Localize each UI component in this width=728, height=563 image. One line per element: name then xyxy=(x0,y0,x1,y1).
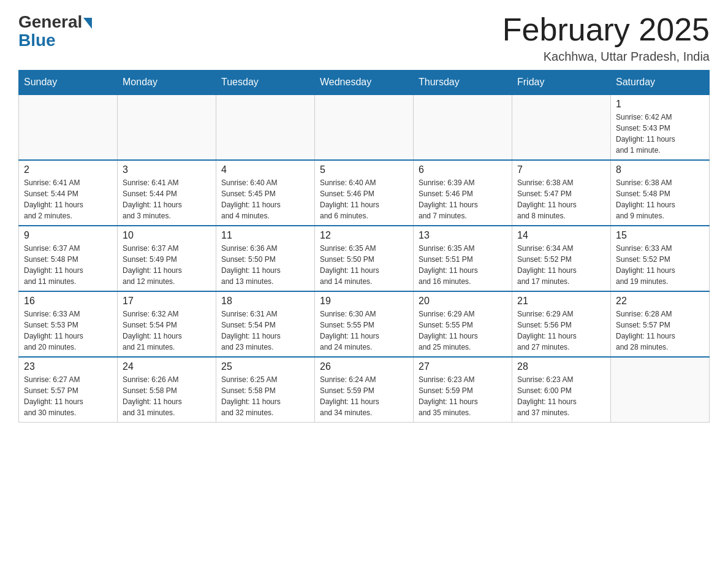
calendar-cell: 25Sunrise: 6:25 AM Sunset: 5:58 PM Dayli… xyxy=(216,357,315,423)
calendar-cell: 11Sunrise: 6:36 AM Sunset: 5:50 PM Dayli… xyxy=(216,226,315,291)
day-info: Sunrise: 6:37 AM Sunset: 5:49 PM Dayligh… xyxy=(123,243,211,287)
calendar-cell xyxy=(216,94,315,160)
calendar-cell: 8Sunrise: 6:38 AM Sunset: 5:48 PM Daylig… xyxy=(611,160,710,226)
day-number: 20 xyxy=(419,296,507,307)
day-number: 27 xyxy=(419,361,507,372)
day-number: 3 xyxy=(123,164,211,175)
calendar-cell: 13Sunrise: 6:35 AM Sunset: 5:51 PM Dayli… xyxy=(414,226,512,291)
weekday-header-sunday: Sunday xyxy=(19,71,118,95)
calendar-cell: 4Sunrise: 6:40 AM Sunset: 5:45 PM Daylig… xyxy=(216,160,315,226)
calendar-week-row: 1Sunrise: 6:42 AM Sunset: 5:43 PM Daylig… xyxy=(19,94,710,160)
calendar-cell: 2Sunrise: 6:41 AM Sunset: 5:44 PM Daylig… xyxy=(19,160,118,226)
calendar-cell: 19Sunrise: 6:30 AM Sunset: 5:55 PM Dayli… xyxy=(315,291,414,357)
calendar-cell: 17Sunrise: 6:32 AM Sunset: 5:54 PM Dayli… xyxy=(118,291,216,357)
calendar-cell xyxy=(611,357,710,423)
day-info: Sunrise: 6:28 AM Sunset: 5:57 PM Dayligh… xyxy=(616,308,704,353)
calendar-header-row: SundayMondayTuesdayWednesdayThursdayFrid… xyxy=(19,71,710,95)
calendar-cell xyxy=(118,94,216,160)
calendar-cell: 5Sunrise: 6:40 AM Sunset: 5:46 PM Daylig… xyxy=(315,160,414,226)
day-number: 22 xyxy=(616,296,704,307)
calendar-cell: 7Sunrise: 6:38 AM Sunset: 5:47 PM Daylig… xyxy=(512,160,611,226)
page-header: General Blue February 2025 Kachhwa, Utta… xyxy=(18,12,710,64)
day-info: Sunrise: 6:38 AM Sunset: 5:48 PM Dayligh… xyxy=(616,177,704,221)
calendar-cell: 6Sunrise: 6:39 AM Sunset: 5:46 PM Daylig… xyxy=(414,160,512,226)
day-number: 24 xyxy=(123,361,211,372)
calendar-cell: 18Sunrise: 6:31 AM Sunset: 5:54 PM Dayli… xyxy=(216,291,315,357)
calendar-cell: 3Sunrise: 6:41 AM Sunset: 5:44 PM Daylig… xyxy=(118,160,216,226)
day-info: Sunrise: 6:41 AM Sunset: 5:44 PM Dayligh… xyxy=(24,177,112,221)
day-number: 16 xyxy=(24,296,112,307)
weekday-header-wednesday: Wednesday xyxy=(315,71,414,95)
month-title: February 2025 xyxy=(502,12,710,47)
calendar-cell: 21Sunrise: 6:29 AM Sunset: 5:56 PM Dayli… xyxy=(512,291,611,357)
calendar-cell xyxy=(512,94,611,160)
calendar-cell xyxy=(414,94,512,160)
logo-arrow-icon xyxy=(83,18,92,29)
day-info: Sunrise: 6:34 AM Sunset: 5:52 PM Dayligh… xyxy=(517,243,605,287)
day-number: 1 xyxy=(616,99,704,110)
day-info: Sunrise: 6:40 AM Sunset: 5:45 PM Dayligh… xyxy=(221,177,309,221)
day-number: 10 xyxy=(123,230,211,241)
calendar-week-row: 23Sunrise: 6:27 AM Sunset: 5:57 PM Dayli… xyxy=(19,357,710,423)
weekday-header-friday: Friday xyxy=(512,71,611,95)
calendar-cell: 22Sunrise: 6:28 AM Sunset: 5:57 PM Dayli… xyxy=(611,291,710,357)
day-number: 11 xyxy=(221,230,309,241)
day-info: Sunrise: 6:39 AM Sunset: 5:46 PM Dayligh… xyxy=(419,177,507,221)
calendar-week-row: 9Sunrise: 6:37 AM Sunset: 5:48 PM Daylig… xyxy=(19,226,710,291)
day-info: Sunrise: 6:27 AM Sunset: 5:57 PM Dayligh… xyxy=(24,374,112,418)
day-number: 12 xyxy=(320,230,408,241)
day-info: Sunrise: 6:35 AM Sunset: 5:50 PM Dayligh… xyxy=(320,243,408,287)
day-info: Sunrise: 6:38 AM Sunset: 5:47 PM Dayligh… xyxy=(517,177,605,221)
day-info: Sunrise: 6:23 AM Sunset: 5:59 PM Dayligh… xyxy=(419,374,507,418)
day-info: Sunrise: 6:29 AM Sunset: 5:55 PM Dayligh… xyxy=(419,308,507,353)
day-info: Sunrise: 6:25 AM Sunset: 5:58 PM Dayligh… xyxy=(221,374,309,418)
calendar-cell: 16Sunrise: 6:33 AM Sunset: 5:53 PM Dayli… xyxy=(19,291,118,357)
day-info: Sunrise: 6:41 AM Sunset: 5:44 PM Dayligh… xyxy=(123,177,211,221)
day-number: 2 xyxy=(24,164,112,175)
day-number: 4 xyxy=(221,164,309,175)
day-number: 15 xyxy=(616,230,704,241)
day-info: Sunrise: 6:24 AM Sunset: 5:59 PM Dayligh… xyxy=(320,374,408,418)
calendar-cell xyxy=(315,94,414,160)
location-text: Kachhwa, Uttar Pradesh, India xyxy=(502,50,710,64)
day-number: 14 xyxy=(517,230,605,241)
day-info: Sunrise: 6:33 AM Sunset: 5:53 PM Dayligh… xyxy=(24,308,112,353)
calendar-cell: 1Sunrise: 6:42 AM Sunset: 5:43 PM Daylig… xyxy=(611,94,710,160)
logo-general-text: General xyxy=(18,12,82,32)
day-info: Sunrise: 6:32 AM Sunset: 5:54 PM Dayligh… xyxy=(123,308,211,353)
day-info: Sunrise: 6:37 AM Sunset: 5:48 PM Dayligh… xyxy=(24,243,112,287)
day-number: 7 xyxy=(517,164,605,175)
day-info: Sunrise: 6:42 AM Sunset: 5:43 PM Dayligh… xyxy=(616,112,704,156)
day-info: Sunrise: 6:23 AM Sunset: 6:00 PM Dayligh… xyxy=(517,374,605,418)
calendar-cell: 26Sunrise: 6:24 AM Sunset: 5:59 PM Dayli… xyxy=(315,357,414,423)
day-number: 25 xyxy=(221,361,309,372)
calendar-week-row: 16Sunrise: 6:33 AM Sunset: 5:53 PM Dayli… xyxy=(19,291,710,357)
day-info: Sunrise: 6:30 AM Sunset: 5:55 PM Dayligh… xyxy=(320,308,408,353)
day-number: 28 xyxy=(517,361,605,372)
calendar-cell: 14Sunrise: 6:34 AM Sunset: 5:52 PM Dayli… xyxy=(512,226,611,291)
day-number: 19 xyxy=(320,296,408,307)
day-number: 21 xyxy=(517,296,605,307)
day-info: Sunrise: 6:29 AM Sunset: 5:56 PM Dayligh… xyxy=(517,308,605,353)
day-info: Sunrise: 6:35 AM Sunset: 5:51 PM Dayligh… xyxy=(419,243,507,287)
calendar-cell: 9Sunrise: 6:37 AM Sunset: 5:48 PM Daylig… xyxy=(19,226,118,291)
day-info: Sunrise: 6:36 AM Sunset: 5:50 PM Dayligh… xyxy=(221,243,309,287)
day-info: Sunrise: 6:33 AM Sunset: 5:52 PM Dayligh… xyxy=(616,243,704,287)
weekday-header-tuesday: Tuesday xyxy=(216,71,315,95)
calendar-cell: 28Sunrise: 6:23 AM Sunset: 6:00 PM Dayli… xyxy=(512,357,611,423)
day-number: 9 xyxy=(24,230,112,241)
day-info: Sunrise: 6:40 AM Sunset: 5:46 PM Dayligh… xyxy=(320,177,408,221)
day-number: 6 xyxy=(419,164,507,175)
calendar-cell: 23Sunrise: 6:27 AM Sunset: 5:57 PM Dayli… xyxy=(19,357,118,423)
calendar-cell xyxy=(19,94,118,160)
logo-blue-text: Blue xyxy=(18,31,56,50)
day-info: Sunrise: 6:31 AM Sunset: 5:54 PM Dayligh… xyxy=(221,308,309,353)
calendar-cell: 12Sunrise: 6:35 AM Sunset: 5:50 PM Dayli… xyxy=(315,226,414,291)
weekday-header-thursday: Thursday xyxy=(414,71,512,95)
weekday-header-monday: Monday xyxy=(118,71,216,95)
day-number: 23 xyxy=(24,361,112,372)
day-number: 26 xyxy=(320,361,408,372)
day-number: 5 xyxy=(320,164,408,175)
calendar-cell: 20Sunrise: 6:29 AM Sunset: 5:55 PM Dayli… xyxy=(414,291,512,357)
calendar-cell: 24Sunrise: 6:26 AM Sunset: 5:58 PM Dayli… xyxy=(118,357,216,423)
